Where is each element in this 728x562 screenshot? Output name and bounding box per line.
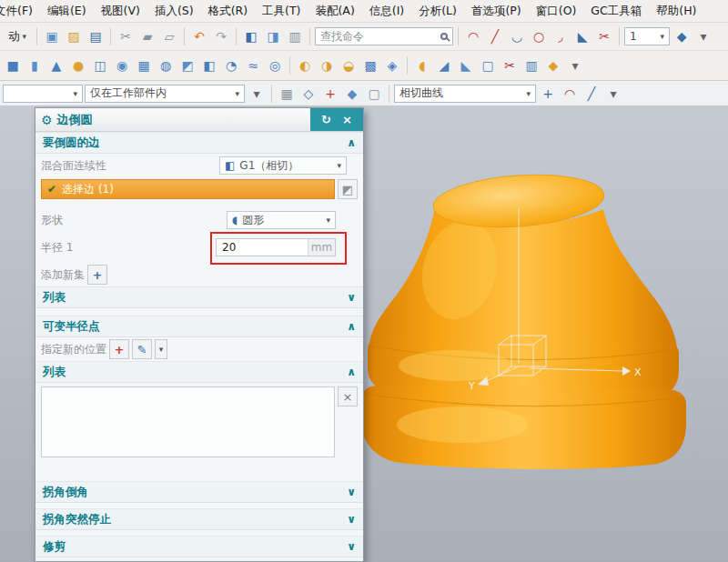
chamfer-icon[interactable]: ◢ (434, 55, 454, 75)
window-layout-icon[interactable]: ▣ (42, 26, 62, 46)
unite-icon[interactable]: ◐ (295, 55, 315, 75)
continuity-dropdown[interactable]: ◧ G1（相切） ▾ (219, 156, 347, 175)
menu-insert[interactable]: 插入(S) (147, 4, 201, 19)
select-point-icon[interactable]: + (320, 84, 340, 104)
revolve-icon[interactable]: ◔ (221, 55, 241, 75)
snap-midpoint-icon[interactable]: ◆ (342, 84, 362, 104)
shell-icon[interactable]: ▢ (478, 55, 498, 75)
undo-icon[interactable]: ↶ (189, 26, 209, 46)
paste-icon[interactable]: ▱ (159, 26, 179, 46)
sketch-profile-icon[interactable]: ◠ (463, 26, 483, 46)
fillet-curve-icon[interactable]: ◞ (551, 26, 571, 46)
search-icon[interactable] (440, 33, 448, 40)
command-finder-input[interactable]: 查找命令 (315, 27, 453, 45)
section-edges-to-blend[interactable]: 要倒圆的边 ∧ (35, 132, 363, 154)
datum-plane-icon[interactable]: ◫ (90, 55, 110, 75)
intersect-icon[interactable]: ◒ (339, 55, 359, 75)
point-constructor-icon[interactable]: + (538, 84, 558, 104)
view-cube-icon[interactable]: ◧ (241, 26, 261, 46)
menu-preferences[interactable]: 首选项(P) (464, 4, 529, 19)
more-commands-icon[interactable]: ▾ (693, 26, 713, 46)
type-filter-dropdown[interactable]: ▾ (3, 85, 83, 103)
list-section-header[interactable]: 列表 ∨ (35, 286, 363, 308)
dialog-titlebar[interactable]: ⚙ 边倒圆 ↻ × (35, 108, 363, 132)
scale-body-icon[interactable]: ◆ (543, 55, 563, 75)
select-edge-icon[interactable]: ◇ (298, 84, 318, 104)
tube-icon[interactable]: ◎ (265, 55, 285, 75)
select-face-icon[interactable]: ▦ (277, 84, 297, 104)
cylinder-icon[interactable]: ▮ (25, 55, 45, 75)
menu-analysis[interactable]: 分析(L) (411, 4, 464, 19)
circle-icon[interactable]: ○ (529, 26, 549, 46)
section-variable-radius[interactable]: 可变半径点 ∧ (35, 316, 363, 337)
filter-caret-icon[interactable]: ▾ (247, 84, 267, 104)
cut-icon[interactable]: ✂ (116, 26, 136, 46)
shape-dropdown[interactable]: ◖ 圆形 ▾ (227, 211, 336, 229)
menu-edit[interactable]: 编辑(E) (40, 4, 94, 19)
hole-icon[interactable]: ◍ (156, 55, 176, 75)
chevron-up-icon[interactable]: ∧ (347, 136, 356, 149)
scale-dropdown[interactable]: 1 ▾ (624, 27, 670, 45)
shaded-view-icon[interactable]: ◨ (263, 26, 283, 46)
tangent-snap-icon[interactable]: ╱ (581, 84, 602, 104)
boss-icon[interactable]: ◉ (112, 55, 132, 75)
add-new-set-button[interactable]: + (87, 265, 107, 285)
menu-information[interactable]: 信息(I) (362, 4, 411, 19)
menu-window[interactable]: 窗口(O) (529, 4, 584, 19)
arc-icon[interactable]: ◡ (507, 26, 527, 46)
remove-list-item-button[interactable]: × (338, 386, 358, 406)
menu-gc-toolbox[interactable]: GC工具箱 (583, 4, 649, 19)
chevron-down-icon[interactable]: ∨ (347, 291, 356, 304)
menu-format[interactable]: 格式(R) (201, 4, 255, 19)
list2-section-header[interactable]: 列表 ∧ (35, 361, 363, 383)
cone-icon[interactable]: ▲ (46, 55, 66, 75)
redo-icon[interactable]: ↷ (211, 26, 231, 46)
curve-rule-dropdown[interactable]: 相切曲线 ▾ (394, 85, 536, 103)
chamfer-curve-icon[interactable]: ◣ (572, 26, 592, 46)
open-icon[interactable]: ▨ (64, 26, 84, 46)
fit-view-icon[interactable]: ◆ (672, 26, 692, 46)
snap-intersection-icon[interactable]: ▢ (364, 84, 384, 104)
point-options-caret-button[interactable]: ▾ (155, 339, 167, 359)
radius-unit[interactable]: mm (308, 239, 335, 256)
selection-scope-dropdown[interactable]: 仅在工作部件内 ▾ (85, 85, 245, 103)
point-dialog-button[interactable]: + (109, 339, 129, 359)
start-dropdown[interactable]: 动 ▾ (3, 29, 32, 45)
block-icon[interactable]: ■ (3, 55, 23, 75)
more-features-icon[interactable]: ▾ (565, 55, 585, 75)
edge-blend-icon[interactable]: ◖ (412, 55, 432, 75)
menu-file[interactable]: 文件(F) (0, 4, 40, 19)
emboss-icon[interactable]: ◩ (177, 55, 197, 75)
model-body[interactable] (361, 170, 686, 469)
chevron-down-icon[interactable]: ∨ (347, 540, 356, 553)
quick-trim-icon[interactable]: ✂ (594, 26, 614, 46)
point-constructor-button[interactable]: ✎ (132, 339, 152, 359)
variable-radius-list[interactable] (41, 386, 335, 457)
chevron-up-icon[interactable]: ∧ (347, 320, 356, 333)
save-icon[interactable]: ▤ (86, 26, 106, 46)
draft-icon[interactable]: ◣ (456, 55, 476, 75)
offset-face-icon[interactable]: ▥ (521, 55, 541, 75)
sweep-icon[interactable]: ≈ (243, 55, 263, 75)
sphere-icon[interactable]: ● (68, 55, 88, 75)
menu-tools[interactable]: 工具(T) (255, 4, 308, 19)
layer-settings-icon[interactable]: ▥ (285, 26, 305, 46)
extrude-icon[interactable]: ◧ (199, 55, 219, 75)
edge-selection-options-button[interactable]: ◩ (338, 179, 358, 199)
arc-center-icon[interactable]: ◠ (560, 84, 580, 104)
select-edge-field[interactable]: ✔ 选择边 (1) (41, 179, 335, 199)
section-corner-blend[interactable]: 拐角倒角 ∨ (35, 481, 363, 503)
mirror-feature-icon[interactable]: ◈ (382, 55, 402, 75)
more-snap-icon[interactable]: ▾ (603, 84, 623, 104)
menu-help[interactable]: 帮助(H) (649, 4, 703, 19)
trim-body-icon[interactable]: ✂ (500, 55, 520, 75)
chevron-up-icon[interactable]: ∧ (347, 366, 356, 378)
chevron-down-icon[interactable]: ∨ (347, 513, 356, 526)
radius-value[interactable]: 20 (217, 239, 308, 256)
section-trim[interactable]: 修剪 ∨ (35, 536, 363, 557)
copy-icon[interactable]: ▰ (137, 26, 157, 46)
menu-view[interactable]: 视图(V) (94, 4, 147, 19)
subtract-icon[interactable]: ◑ (317, 55, 337, 75)
pad-icon[interactable]: ▦ (134, 55, 154, 75)
reset-button[interactable]: ↻ (321, 113, 331, 126)
